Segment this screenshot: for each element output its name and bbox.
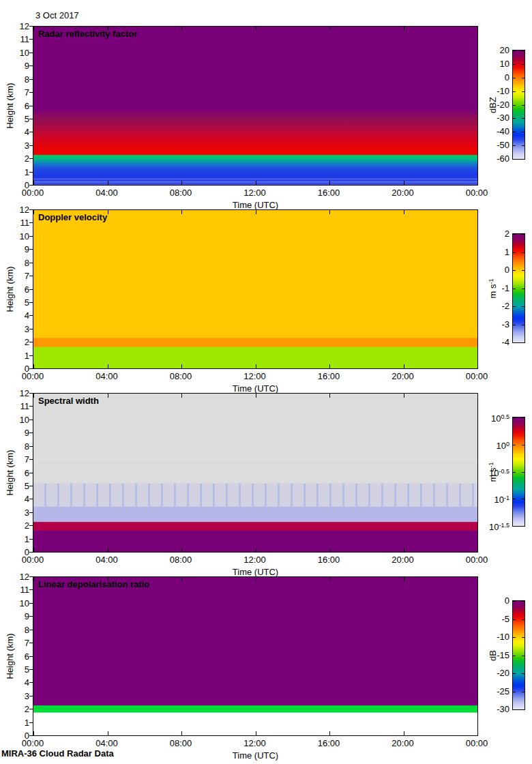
y-axis-label: Height (km): [5, 266, 15, 312]
colorbar-tick: [513, 289, 516, 289]
colorbar-tick: [522, 306, 524, 307]
colorbar-tick-label: -30: [474, 113, 509, 123]
y-tick: [29, 473, 33, 473]
y-tick: [29, 302, 33, 303]
x-tick: [108, 731, 108, 735]
x-tick: [329, 731, 330, 735]
x-tick: [108, 394, 108, 398]
colorbar-tick-base: -40: [497, 126, 509, 136]
y-tick: [29, 39, 33, 40]
y-tick: [29, 735, 33, 736]
colorbar-tick: [513, 472, 516, 473]
y-tick: [29, 643, 33, 643]
colorbar-tick: [513, 78, 516, 78]
colorbar-tick: [522, 105, 524, 106]
y-tick: [29, 552, 33, 553]
colorbar-tick-label: -50: [474, 140, 509, 150]
y-tick-label: 3: [9, 324, 29, 334]
colorbar-tick: [522, 91, 524, 92]
colorbar-tick-label: 0: [474, 265, 509, 275]
colorbar-tick: [522, 445, 524, 445]
x-tick: [404, 27, 404, 31]
y-tick: [29, 432, 33, 433]
x-tick: [181, 364, 182, 368]
colorbar-tick-base: 10: [491, 413, 501, 424]
y-tick: [29, 499, 33, 499]
colorbar-tick: [513, 159, 516, 160]
x-tick: [108, 210, 108, 214]
x-tick: [181, 210, 182, 214]
y-tick-label: 12: [9, 572, 29, 582]
x-tick: [477, 364, 478, 368]
x-tick: [181, 577, 182, 581]
colorbar-tick: [522, 692, 524, 692]
colorbar-tick: [522, 78, 524, 78]
x-tick: [404, 577, 404, 581]
panel: Linear depolarisation ratio1211109876543…: [0, 576, 532, 760]
y-axis-label: Height (km): [5, 83, 15, 128]
y-tick: [29, 393, 33, 394]
y-tick: [29, 132, 33, 132]
y-tick-label: 12: [9, 21, 29, 31]
colorbar-tick-base: 0: [505, 596, 509, 606]
colorbar-tick: [513, 445, 516, 445]
y-tick-label: 11: [9, 218, 29, 228]
colorbar-tick-base: -30: [497, 113, 509, 123]
panel-title: Radar reflectivity factor: [38, 29, 137, 39]
y-tick-label: 9: [9, 428, 29, 438]
colorbar-unit-label: m s-1: [488, 278, 498, 298]
plot-area: Spectral width: [33, 393, 478, 553]
x-tick: [329, 577, 330, 581]
y-tick: [29, 79, 33, 80]
y-tick: [29, 355, 33, 356]
colorbar-tick: [522, 526, 524, 527]
x-tick: [33, 210, 34, 214]
colorbar-tick: [522, 673, 524, 674]
x-tick-label: 00:00: [12, 555, 53, 565]
y-tick: [29, 630, 33, 630]
colorbar-tick: [513, 499, 516, 499]
x-tick: [33, 27, 34, 31]
x-tick-label: 20:00: [383, 555, 424, 565]
colorbar-tick-base: -5: [501, 614, 509, 624]
colorbar-tick: [513, 619, 516, 620]
x-axis-label: Time (UTC): [33, 200, 478, 210]
x-tick: [256, 364, 256, 368]
x-tick-label: 12:00: [235, 371, 276, 381]
y-tick-label: 3: [9, 508, 29, 518]
y-tick: [29, 342, 33, 342]
colorbar-tick: [522, 118, 524, 119]
x-tick-label: 16:00: [308, 371, 349, 381]
colorbar-tick: [513, 91, 516, 92]
x-tick: [329, 548, 330, 552]
colorbar-tick: [513, 417, 516, 418]
colorbar-tick-base: 2: [505, 229, 509, 239]
x-tick: [181, 548, 182, 552]
colorbar-tick: [513, 145, 516, 146]
colorbar-tick: [513, 64, 516, 65]
x-tick: [477, 210, 478, 214]
x-tick: [477, 181, 478, 185]
y-tick: [29, 696, 33, 696]
colorbar-tick: [522, 64, 524, 65]
plot-area: Linear depolarisation ratio: [33, 576, 478, 736]
x-tick: [108, 548, 108, 552]
colorbar-tick: [513, 252, 516, 253]
y-tick: [29, 446, 33, 447]
colorbar-tick: [513, 342, 516, 343]
colorbar-tick-base: 10: [500, 59, 509, 69]
colorbar-tick: [522, 325, 524, 325]
x-tick: [256, 210, 256, 214]
x-tick-label: 00:00: [456, 188, 497, 198]
y-tick-label: 11: [9, 401, 29, 411]
x-tick-label: 20:00: [383, 188, 424, 198]
colorbar-tick: [513, 132, 516, 132]
colorbar-tick-label: -10: [474, 86, 509, 96]
x-tick-label: 04:00: [87, 555, 128, 565]
y-tick: [29, 289, 33, 290]
colorbar-tick: [522, 50, 524, 51]
x-tick: [404, 394, 404, 398]
y-tick: [29, 669, 33, 670]
colorbar-unit-label: m s-1: [488, 462, 498, 482]
y-tick-label: 11: [9, 34, 29, 44]
